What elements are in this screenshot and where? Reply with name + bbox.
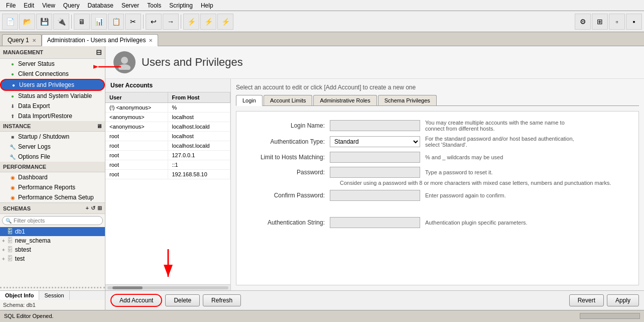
toolbar-open[interactable]: 📂	[19, 14, 35, 30]
table-row[interactable]: root 192.168.58.10	[105, 170, 230, 179]
schema-value: db1	[26, 302, 35, 308]
auth-type-select[interactable]: Standard	[330, 136, 420, 147]
svg-point-1	[118, 64, 131, 70]
add-account-button[interactable]: Add Account	[110, 294, 162, 307]
sidebar-item-options-file[interactable]: 🔧 Options File	[0, 152, 105, 162]
tab-admin-users-close[interactable]: ✕	[149, 38, 153, 43]
tab-admin-users[interactable]: Administration - Users and Privileges ✕	[42, 34, 159, 46]
host-cell: localhost.locald	[168, 122, 231, 131]
password-input[interactable]	[330, 167, 420, 178]
sidebar-item-data-import[interactable]: ⬆ Data Import/Restore	[0, 111, 105, 121]
table-row[interactable]: <anonymous> localhost	[105, 113, 230, 122]
tab-account-limits[interactable]: Account Limits	[264, 95, 313, 105]
toolbar-btn9[interactable]: ↩	[146, 14, 162, 30]
sidebar-item-server-logs[interactable]: 🔧 Server Logs	[0, 142, 105, 152]
scrollbar-thumb[interactable]	[112, 286, 143, 289]
toolbar-btn10[interactable]: →	[163, 14, 179, 30]
toolbar-btn5[interactable]: 🖥	[74, 14, 90, 30]
auth-string-input[interactable]	[330, 217, 420, 228]
table-row[interactable]: root localhost	[105, 132, 230, 141]
schema-item-test[interactable]: + 🗄 test	[0, 254, 105, 263]
sidebar-item-client-connections[interactable]: ● Client Connections	[0, 69, 105, 79]
schema-item-db1[interactable]: + 🗄 db1	[0, 227, 105, 236]
menubar: File Edit View Query Database Server Too…	[0, 0, 644, 11]
menu-database[interactable]: Database	[84, 1, 117, 10]
toolbar-btn8[interactable]: ✂	[125, 14, 141, 30]
tabbar: Query 1 ✕ Administration - Users and Pri…	[0, 32, 644, 46]
toolbar-settings-icon[interactable]: ⚙	[575, 14, 591, 30]
status-system-icon: ●	[9, 92, 16, 99]
delete-button[interactable]: Delete	[165, 294, 200, 306]
toolbar-btn7[interactable]: 📋	[108, 14, 124, 30]
sidebar-item-server-status[interactable]: ● Server Status	[0, 59, 105, 69]
tab-query1-close[interactable]: ✕	[32, 38, 36, 43]
apply-button[interactable]: Apply	[607, 294, 639, 306]
menu-help[interactable]: Help	[197, 1, 217, 10]
menu-view[interactable]: View	[38, 1, 59, 10]
schema-item-sbtest[interactable]: + 🗄 sbtest	[0, 245, 105, 254]
svg-point-0	[121, 57, 128, 64]
user-col-header: User	[105, 92, 168, 102]
toolbar-new[interactable]: 📄	[2, 14, 18, 30]
login-name-input[interactable]	[330, 120, 420, 131]
toolbar-expand-icon[interactable]: ▪	[626, 14, 642, 30]
toolbar-btn13[interactable]: ⚡	[217, 14, 233, 30]
tab-query1[interactable]: Query 1 ✕	[2, 34, 42, 46]
dashboard-icon: ◉	[9, 174, 16, 181]
sidebar-item-dashboard[interactable]: ◉ Dashboard	[0, 172, 105, 182]
user-accounts-title: User Accounts	[105, 79, 230, 92]
schemas-expand-icon[interactable]: ⊞	[97, 205, 102, 211]
sidebar-item-performance-reports[interactable]: ◉ Performance Reports	[0, 182, 105, 192]
sidebar-item-users-privileges[interactable]: ● Users and Privileges	[0, 79, 105, 91]
server-status-icon: ●	[9, 60, 16, 67]
menu-tools[interactable]: Tools	[143, 1, 165, 10]
tab-admin-roles[interactable]: Administrative Roles	[313, 95, 376, 105]
inner-tabbar: Login Account Limits Administrative Role…	[236, 95, 639, 106]
toolbar-save[interactable]: 💾	[36, 14, 52, 30]
startup-shutdown-icon: ■	[9, 133, 16, 140]
sidebar-item-data-export[interactable]: ⬇ Data Export	[0, 101, 105, 111]
tab-login[interactable]: Login	[236, 95, 263, 106]
toolbar-collapse-icon[interactable]: ▫	[609, 14, 625, 30]
select-hint: Select an account to edit or click [Add …	[236, 84, 639, 91]
user-list-panel: User Accounts User From Host (!) <anonym…	[105, 79, 231, 290]
tab-object-info[interactable]: Object Info	[0, 291, 39, 300]
table-row[interactable]: root localhost.locald	[105, 141, 230, 151]
schema-item-new-schema[interactable]: + 🗄 new_schema	[0, 236, 105, 245]
sidebar-item-startup-shutdown[interactable]: ■ Startup / Shutdown	[0, 132, 105, 142]
confirm-password-input[interactable]	[330, 190, 420, 201]
sidebar-item-status-system[interactable]: ● Status and System Variable	[0, 91, 105, 101]
management-section-header: MANAGEMENT ⊟	[0, 46, 105, 59]
revert-button[interactable]: Revert	[569, 294, 604, 306]
toolbar-connect[interactable]: 🔌	[53, 14, 69, 30]
toolbar-layout-icon[interactable]: ⊞	[592, 14, 608, 30]
limit-hosts-hint: % and _ wildcards may be used	[425, 154, 503, 160]
bottom-tabs: Object Info Session	[0, 290, 105, 300]
confirm-password-label: Confirm Password:	[244, 192, 330, 199]
limit-hosts-input[interactable]	[330, 152, 420, 163]
menu-file[interactable]: File	[2, 1, 20, 10]
toolbar-btn11[interactable]: ⚡	[183, 14, 199, 30]
table-row[interactable]: root 127.0.0.1	[105, 151, 230, 160]
tab-schema-privileges[interactable]: Schema Privileges	[378, 95, 437, 105]
menu-query[interactable]: Query	[59, 1, 84, 10]
toolbar-btn6[interactable]: 📊	[91, 14, 107, 30]
tab-session[interactable]: Session	[39, 291, 69, 300]
table-row[interactable]: <anonymous> localhost.locald	[105, 122, 230, 132]
schema-filter-input[interactable]	[14, 218, 74, 224]
toolbar-btn12[interactable]: ⚡	[200, 14, 216, 30]
login-form-panel: Login Name: You may create multiple acco…	[236, 111, 639, 285]
users-privileges-icon: ●	[10, 81, 17, 88]
sidebar-item-perf-schema[interactable]: ◉ Performance Schema Setup	[0, 192, 105, 202]
menu-edit[interactable]: Edit	[20, 1, 38, 10]
user-cell: root	[105, 160, 168, 169]
refresh-button[interactable]: Refresh	[203, 294, 241, 306]
avatar	[113, 51, 136, 73]
schemas-refresh-icon[interactable]: ↺	[91, 205, 95, 211]
scrollbar-area[interactable]	[105, 284, 230, 290]
menu-server[interactable]: Server	[117, 1, 143, 10]
table-row[interactable]: root ::1	[105, 160, 230, 170]
menu-scripting[interactable]: Scripting	[165, 1, 197, 10]
table-row[interactable]: (!) <anonymous> %	[105, 103, 230, 113]
schemas-add-icon[interactable]: +	[86, 205, 89, 211]
